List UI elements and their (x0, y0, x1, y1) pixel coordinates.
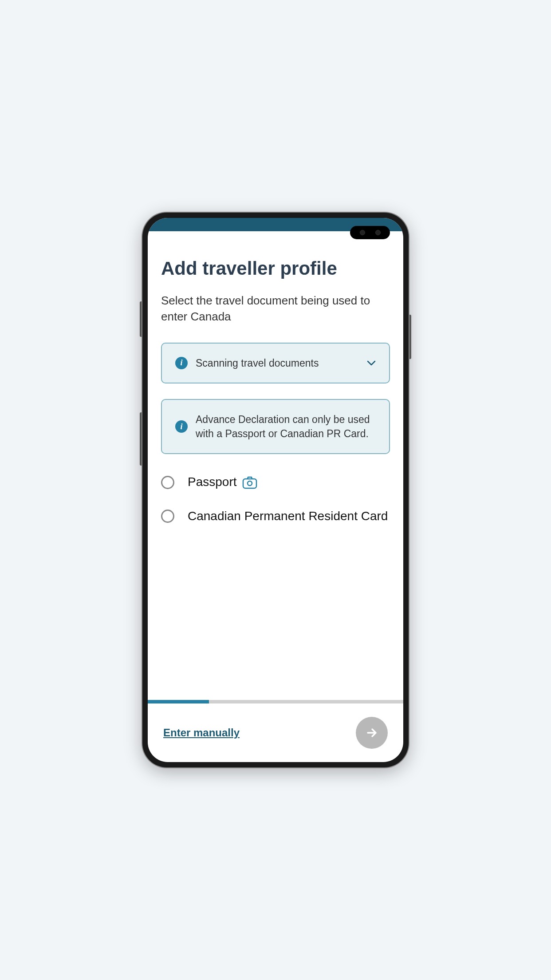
radio-circle (161, 510, 174, 523)
radio-label: Canadian Permanent Resident Card (188, 508, 388, 524)
main-content: Add traveller profile Select the travel … (148, 231, 403, 700)
radio-circle (161, 476, 174, 489)
radio-option-pr-card[interactable]: Canadian Permanent Resident Card (161, 508, 390, 524)
camera-icon (242, 476, 257, 489)
radio-option-passport[interactable]: Passport (161, 474, 390, 490)
page-title: Add traveller profile (161, 258, 390, 279)
declaration-info-card: i Advance Declaration can only be used w… (161, 399, 390, 454)
info-icon: i (175, 357, 188, 369)
svg-rect-0 (243, 479, 256, 488)
enter-manually-link[interactable]: Enter manually (163, 727, 240, 739)
declaration-info-text: Advance Declaration can only be used wit… (196, 412, 376, 441)
next-button[interactable] (356, 717, 388, 749)
option-text: Canadian Permanent Resident Card (188, 508, 388, 524)
app-screen: Add traveller profile Select the travel … (148, 218, 403, 762)
progress-bar (148, 700, 403, 703)
info-icon: i (175, 420, 188, 433)
svg-point-1 (248, 481, 252, 486)
scanning-info-text: Scanning travel documents (196, 356, 319, 370)
footer: Enter manually (148, 703, 403, 762)
option-text: Passport (188, 474, 237, 490)
page-subtitle: Select the travel document being used to… (161, 292, 390, 325)
scanning-info-card[interactable]: i Scanning travel documents (161, 343, 390, 383)
camera-cutout (350, 226, 390, 239)
arrow-right-icon (365, 726, 378, 739)
phone-device-frame: Add traveller profile Select the travel … (142, 213, 409, 767)
progress-fill (148, 700, 209, 703)
document-type-radio-group: Passport Canadian Permanent Resident Car… (161, 474, 390, 524)
radio-label: Passport (188, 474, 257, 490)
chevron-down-icon (367, 360, 376, 366)
